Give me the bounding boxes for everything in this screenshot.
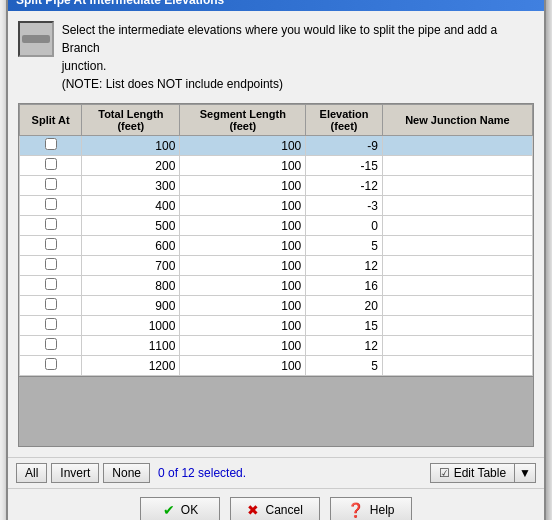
split-at-cell	[20, 276, 82, 296]
cancel-icon: ✖	[247, 502, 259, 518]
edit-table-button[interactable]: ☑ Edit Table	[430, 463, 514, 483]
split-at-checkbox[interactable]	[45, 358, 57, 370]
col-header-elevation: Elevation(feet)	[306, 105, 383, 136]
split-at-cell	[20, 316, 82, 336]
total-length-cell: 300	[82, 176, 180, 196]
elevation-cell: -3	[306, 196, 383, 216]
help-button[interactable]: ❓ Help	[330, 497, 412, 520]
junction-name-cell	[382, 216, 532, 236]
table-row: 70010012	[20, 256, 533, 276]
elevation-cell: 12	[306, 256, 383, 276]
segment-length-cell: 100	[180, 176, 306, 196]
ok-icon: ✔	[163, 502, 175, 518]
help-label: Help	[370, 503, 395, 517]
segment-length-cell: 100	[180, 136, 306, 156]
table-row: 80010016	[20, 276, 533, 296]
table-row: 90010020	[20, 296, 533, 316]
segment-length-cell: 100	[180, 316, 306, 336]
table-container: Split At Total Length(feet) Segment Leng…	[18, 103, 534, 447]
edit-table-checkbox-icon: ☑	[439, 466, 450, 480]
junction-name-cell	[382, 336, 532, 356]
cancel-button[interactable]: ✖ Cancel	[230, 497, 319, 520]
split-at-checkbox[interactable]	[45, 138, 57, 150]
segment-length-cell: 100	[180, 336, 306, 356]
total-length-cell: 400	[82, 196, 180, 216]
split-at-checkbox[interactable]	[45, 278, 57, 290]
table-body: 100100-9200100-15300100-12400100-3500100…	[20, 136, 533, 376]
data-table: Split At Total Length(feet) Segment Leng…	[19, 104, 533, 376]
ok-button[interactable]: ✔ OK	[140, 497, 220, 520]
segment-length-cell: 100	[180, 216, 306, 236]
table-header-row: Split At Total Length(feet) Segment Leng…	[20, 105, 533, 136]
segment-length-cell: 100	[180, 156, 306, 176]
none-button[interactable]: None	[103, 463, 150, 483]
junction-name-cell	[382, 196, 532, 216]
elevation-cell: 0	[306, 216, 383, 236]
split-at-cell	[20, 356, 82, 376]
junction-name-cell	[382, 156, 532, 176]
table-row: 100010015	[20, 316, 533, 336]
segment-length-cell: 100	[180, 196, 306, 216]
elevation-cell: 15	[306, 316, 383, 336]
col-header-junction-name: New Junction Name	[382, 105, 532, 136]
cancel-label: Cancel	[265, 503, 302, 517]
invert-button[interactable]: Invert	[51, 463, 99, 483]
info-text: Select the intermediate elevations where…	[62, 21, 534, 93]
total-length-cell: 1100	[82, 336, 180, 356]
gray-area	[19, 376, 533, 446]
segment-length-cell: 100	[180, 296, 306, 316]
split-at-checkbox[interactable]	[45, 158, 57, 170]
status-text: 0 of 12 selected.	[158, 466, 246, 480]
junction-name-cell	[382, 256, 532, 276]
elevation-cell: -9	[306, 136, 383, 156]
split-at-cell	[20, 336, 82, 356]
split-at-cell	[20, 216, 82, 236]
total-length-cell: 200	[82, 156, 180, 176]
junction-name-cell	[382, 356, 532, 376]
total-length-cell: 600	[82, 236, 180, 256]
ok-label: OK	[181, 503, 198, 517]
elevation-cell: -12	[306, 176, 383, 196]
split-at-checkbox[interactable]	[45, 198, 57, 210]
col-header-total-length: Total Length(feet)	[82, 105, 180, 136]
table-row: 400100-3	[20, 196, 533, 216]
info-line1: Select the intermediate elevations where…	[62, 23, 498, 55]
help-icon: ❓	[347, 502, 364, 518]
split-at-checkbox[interactable]	[45, 238, 57, 250]
dialog-content: Select the intermediate elevations where…	[8, 11, 544, 457]
bottom-bar: All Invert None 0 of 12 selected. ☑ Edit…	[8, 457, 544, 488]
segment-length-cell: 100	[180, 256, 306, 276]
split-at-cell	[20, 256, 82, 276]
split-at-checkbox[interactable]	[45, 178, 57, 190]
split-at-cell	[20, 136, 82, 156]
total-length-cell: 1200	[82, 356, 180, 376]
split-at-checkbox[interactable]	[45, 318, 57, 330]
segment-length-cell: 100	[180, 276, 306, 296]
elevation-cell: 5	[306, 356, 383, 376]
elevation-cell: 5	[306, 236, 383, 256]
total-length-cell: 700	[82, 256, 180, 276]
dialog-title: Split Pipe At Intermediate Elevations	[16, 0, 224, 7]
elevation-cell: 16	[306, 276, 383, 296]
split-at-checkbox[interactable]	[45, 338, 57, 350]
junction-name-cell	[382, 236, 532, 256]
table-row: 200100-15	[20, 156, 533, 176]
table-row: 5001000	[20, 216, 533, 236]
junction-name-cell	[382, 276, 532, 296]
split-at-checkbox[interactable]	[45, 218, 57, 230]
total-length-cell: 900	[82, 296, 180, 316]
total-length-cell: 500	[82, 216, 180, 236]
total-length-cell: 100	[82, 136, 180, 156]
table-row: 12001005	[20, 356, 533, 376]
split-at-checkbox[interactable]	[45, 298, 57, 310]
split-at-checkbox[interactable]	[45, 258, 57, 270]
segment-length-cell: 100	[180, 356, 306, 376]
info-line2: junction.	[62, 59, 107, 73]
junction-name-cell	[382, 296, 532, 316]
junction-name-cell	[382, 136, 532, 156]
total-length-cell: 1000	[82, 316, 180, 336]
split-at-cell	[20, 236, 82, 256]
all-button[interactable]: All	[16, 463, 47, 483]
edit-table-dropdown-button[interactable]: ▼	[514, 463, 536, 483]
edit-table-group: ☑ Edit Table ▼	[430, 463, 536, 483]
